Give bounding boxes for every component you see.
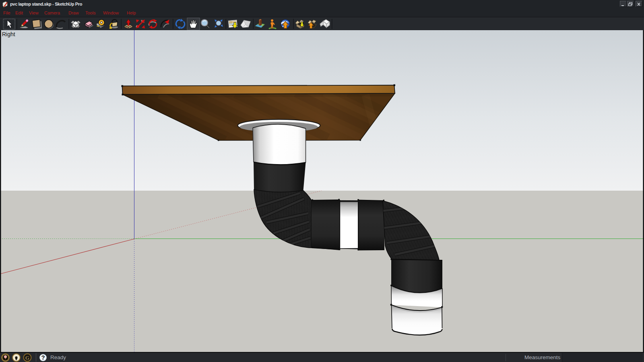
svg-text:Right: Right (2, 31, 15, 37)
svg-text:G: G (25, 355, 29, 361)
svg-text:?: ? (41, 354, 45, 361)
